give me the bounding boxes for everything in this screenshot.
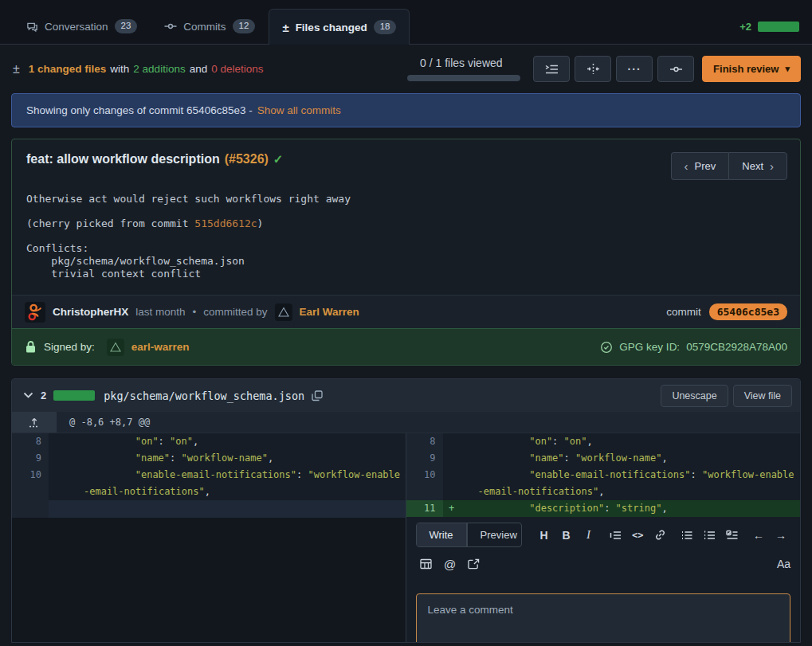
diff-file-box: 2 pkg/schema/workflow_schema.json Unesca…: [11, 378, 801, 643]
diff-row-new-0: 8 "on": "on",: [406, 433, 801, 450]
arrow-left-icon[interactable]: ←: [749, 525, 768, 546]
files-viewed-label: 0 / 1 files viewed: [407, 57, 503, 69]
commit-author-row: ChristopherHX last month • committed by …: [12, 295, 800, 328]
gpg-key-label: GPG key ID:: [619, 341, 680, 353]
file-tree-icon: [545, 64, 559, 75]
finish-review-button[interactable]: Finish review ▾: [702, 56, 801, 82]
dot-separator: •: [193, 306, 197, 318]
summary-and: and: [190, 63, 208, 75]
next-commit-button[interactable]: Next ›: [728, 152, 787, 180]
file-name: pkg/schema/workflow_schema.json: [104, 390, 304, 402]
tab-files-changed[interactable]: ± Files changed 18: [269, 9, 410, 45]
diff-sign: [49, 433, 66, 450]
diff-icon: ±: [13, 62, 20, 76]
chevron-right-icon: ›: [770, 159, 774, 173]
unordered-list-icon[interactable]: [677, 525, 696, 546]
diff-view-toggle-button[interactable]: [575, 56, 611, 82]
finish-review-label: Finish review: [713, 63, 779, 75]
preview-tab[interactable]: Preview: [467, 523, 522, 546]
signer-avatar[interactable]: [107, 339, 124, 356]
commit-label: commit: [666, 306, 701, 318]
mention-icon[interactable]: @: [440, 554, 461, 574]
diff-pane-old: 8 "on": "on",9 "name": "workflow-name",1…: [12, 433, 406, 643]
diff-sign: [49, 500, 66, 518]
commit-select-button[interactable]: [657, 56, 694, 82]
files-viewed: 0 / 1 files viewed: [407, 57, 520, 81]
comment-input[interactable]: [416, 593, 791, 643]
tab-conversation[interactable]: Conversation 23: [13, 8, 151, 44]
signer-name-link[interactable]: earl-warren: [131, 341, 190, 353]
write-tab[interactable]: Write: [417, 523, 467, 546]
hunk-row: @ -8,6 +8,7 @@: [12, 412, 800, 433]
line-number[interactable]: 10: [406, 467, 443, 500]
committer-name-link[interactable]: Earl Warren: [300, 306, 359, 318]
line-number[interactable]: 9: [12, 450, 49, 467]
signed-row: Signed by: earl-warren GPG key ID: 0579C…: [12, 328, 800, 365]
changed-summary: ± 1 changed files with 2 additions and 0…: [13, 62, 264, 76]
deletions-text: 0 deletions: [211, 63, 263, 75]
table-icon[interactable]: [416, 554, 437, 574]
pr-reference-link[interactable]: (#5326): [225, 152, 269, 166]
italic-icon[interactable]: I: [579, 525, 598, 546]
code-line: "on": "on",: [461, 433, 801, 450]
tab-label: Commits: [183, 21, 226, 33]
text-style-icon[interactable]: Aa: [777, 558, 790, 570]
line-number[interactable]: 11: [406, 500, 443, 517]
lock-icon: [25, 340, 37, 354]
diff-row-old-2: 10 "enable-email-notifications": "workfl…: [12, 467, 406, 500]
line-number[interactable]: 8: [12, 433, 49, 450]
diff-sign: [443, 433, 461, 450]
cherry-pick-prefix: (cherry picked from commit: [26, 217, 194, 229]
additions-text: 2 additions: [133, 63, 185, 75]
reference-icon[interactable]: [464, 554, 484, 574]
code-line: "description": "string",: [461, 500, 801, 517]
author-name-link[interactable]: ChristopherHX: [53, 306, 128, 318]
file-tree-toggle-button[interactable]: [533, 56, 570, 82]
diff-sign: [443, 467, 461, 500]
show-all-commits-link[interactable]: Show all commits: [257, 104, 341, 116]
quote-icon[interactable]: [606, 525, 625, 546]
tab-commits[interactable]: Commits 12: [151, 8, 269, 44]
diff-sign: +: [443, 500, 461, 517]
commit-message: Otherwise act would reject such workflow…: [12, 188, 800, 295]
commit-filter-banner: Showing only changes of commit 65406c85e…: [11, 93, 801, 127]
line-number[interactable]: 8: [406, 433, 443, 450]
line-number[interactable]: 9: [406, 450, 443, 467]
author-avatar[interactable]: [25, 302, 45, 323]
view-file-button[interactable]: View file: [733, 385, 792, 407]
line-number[interactable]: 10: [12, 467, 49, 500]
diff-sign: [49, 467, 66, 500]
prev-commit-button[interactable]: ‹ Prev: [671, 152, 729, 180]
inline-comment-editor: Write Preview H B I <>: [406, 517, 801, 643]
diff-sign: [443, 450, 461, 467]
next-label: Next: [742, 160, 763, 172]
cherry-pick-hash-link[interactable]: 515dd6612c: [194, 217, 257, 229]
collapse-chevron-icon[interactable]: [23, 392, 33, 399]
diff-sign: [49, 450, 66, 467]
task-list-icon[interactable]: [722, 525, 741, 546]
additions-count: +2: [739, 21, 751, 33]
editor-mode-tabs: Write Preview: [416, 523, 522, 547]
diff-toolbar: ± 1 changed files with 2 additions and 0…: [0, 45, 812, 92]
code-icon[interactable]: <>: [628, 525, 647, 546]
ordered-list-icon[interactable]: [700, 525, 719, 546]
more-options-button[interactable]: ···: [616, 56, 653, 82]
link-icon[interactable]: [650, 525, 669, 546]
diff-pane-new: 8 "on": "on",9 "name": "workflow-name",1…: [406, 433, 801, 643]
file-header: 2 pkg/schema/workflow_schema.json Unesca…: [12, 379, 800, 412]
code-line: "name": "workflow-name",: [66, 450, 406, 467]
expand-hunk-button[interactable]: [12, 412, 57, 433]
tab-count: 18: [374, 20, 397, 34]
commit-hash-badge[interactable]: 65406c85e3: [709, 303, 787, 320]
heading-icon[interactable]: H: [535, 525, 554, 546]
code-line: [66, 500, 406, 518]
files-viewed-progressbar: [407, 75, 520, 81]
unescape-button[interactable]: Unescape: [661, 385, 728, 407]
arrow-right-icon[interactable]: →: [771, 525, 790, 546]
committer-avatar[interactable]: [275, 303, 292, 321]
check-icon: ✓: [273, 152, 284, 166]
tab-count: 12: [233, 19, 256, 33]
verified-badge-icon: [600, 341, 613, 354]
bold-icon[interactable]: B: [557, 525, 576, 546]
copy-path-icon[interactable]: [312, 390, 323, 401]
